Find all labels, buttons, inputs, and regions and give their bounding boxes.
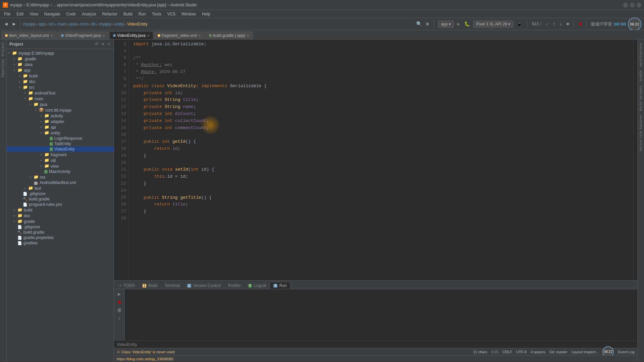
menu-tools[interactable]: Tools <box>149 11 164 17</box>
breadcrumb-src[interactable]: src <box>49 22 54 26</box>
status-url[interactable]: https://blog.csdn.net/qq_33608080 <box>117 357 173 361</box>
tree-item-androidtest[interactable]: ▸ 📁 androidTest <box>7 90 114 96</box>
tree-item-app[interactable]: ▾ 📁 app <box>7 67 114 73</box>
stop-icon[interactable]: ■ <box>578 21 582 27</box>
menu-window[interactable]: Window <box>179 11 199 17</box>
tree-item-proguard[interactable]: 📄 proguard-rules.pro <box>7 202 114 207</box>
breadcrumb-myapp2[interactable]: myapp <box>99 22 111 26</box>
right-strip-build-variants[interactable]: Build Variants <box>639 83 643 113</box>
tree-item-myapp[interactable]: ▾ 📁 myapp E:\ttit\myapp <box>7 50 114 56</box>
bottom-tab-profiler[interactable]: Profiler <box>224 282 245 289</box>
tab-build-gradle[interactable]: build.gradle (:app) ✕ <box>205 32 253 39</box>
tree-item-gradlew[interactable]: 📄 gradlew <box>7 240 114 246</box>
bottom-stop-btn[interactable]: ■ <box>117 299 121 306</box>
status-indent[interactable]: 4 spaces <box>531 350 545 354</box>
menu-view[interactable]: View <box>27 11 41 17</box>
tree-item-gradle[interactable]: ▸ 📁 .gradle <box>7 56 114 62</box>
tree-item-gitignore2[interactable]: 📄 .gitignore <box>7 224 114 230</box>
tree-item-view[interactable]: ▸ 📁 view <box>7 163 114 169</box>
status-encoding[interactable]: UTF-8 <box>516 350 527 354</box>
tree-item-gradle-props[interactable]: 📄 gradle.properties <box>7 235 114 240</box>
tab-video-entity[interactable]: VideoEntity.java ✕ <box>109 32 153 39</box>
tree-item-loginresponse[interactable]: C LoginResponse <box>7 136 114 141</box>
breadcrumb-app[interactable]: app <box>39 22 45 26</box>
tree-item-tabentity[interactable]: C TabEntity <box>7 141 114 146</box>
menu-refactor[interactable]: Refactor <box>100 11 120 17</box>
tree-item-java[interactable]: ▾ 📁 java <box>7 102 114 107</box>
bottom-tab-terminal[interactable]: Terminal <box>161 282 183 289</box>
right-strip-gradle[interactable]: Gradle <box>639 68 643 83</box>
status-cursor[interactable]: 9:25 <box>491 350 498 354</box>
maximize-button[interactable] <box>630 3 635 7</box>
panel-hide-btn[interactable]: ✕ <box>107 41 111 47</box>
bottom-scroll-btn[interactable]: ↕ <box>117 315 121 322</box>
device-selector[interactable]: Pixel 3 XL API 29 ▾ <box>473 21 514 27</box>
right-strip-device-explorer[interactable]: Device File Explorer <box>639 113 643 153</box>
git-icon[interactable]: Git: <box>531 21 542 27</box>
status-git[interactable]: Git: master <box>549 350 568 354</box>
status-event-log[interactable]: Event Log <box>618 350 635 354</box>
status-line-ending[interactable]: CRLF <box>502 350 512 354</box>
bottom-tab-run[interactable]: 4 Run <box>270 282 290 289</box>
menu-edit[interactable]: Edit <box>14 11 26 17</box>
git-update-icon[interactable]: ↑ <box>552 21 556 27</box>
avd-icon[interactable]: 📱 <box>516 20 523 27</box>
code-editor[interactable]: 3 4 5 6 7 8 9 10 11 12 13 14 15 16 17 18… <box>114 40 637 280</box>
panel-settings-btn[interactable]: ⚙ <box>101 41 105 47</box>
tree-item-gitignore-app[interactable]: 📄 .gitignore <box>7 191 114 196</box>
tree-item-activity[interactable]: ▸ 📁 activity <box>7 113 114 119</box>
bottom-tab-todo[interactable]: ✓ TODO <box>115 282 139 289</box>
tree-item-comttit[interactable]: ▾ 📦 com.ttit.myapp <box>7 107 114 113</box>
debug-icon[interactable]: 🐛 <box>464 20 471 27</box>
tree-item-src[interactable]: ▾ 📁 src <box>7 84 114 90</box>
tree-item-videoentity[interactable]: C VideoEntity <box>7 146 114 152</box>
tab-close-item-video-layout[interactable]: ✕ <box>50 34 53 38</box>
menu-navigate[interactable]: Navigate <box>42 11 63 17</box>
panel-sync-btn[interactable]: ⟳ <box>94 41 100 47</box>
tree-item-doc[interactable]: ▸ 📁 doc <box>7 213 114 219</box>
tree-item-res[interactable]: ▸ 📁 res <box>7 174 114 180</box>
bottom-tab-vcs[interactable]: 2 Version Control <box>183 282 224 289</box>
run-config-selector[interactable]: app ▾ <box>438 21 454 27</box>
menu-code[interactable]: Code <box>63 11 78 17</box>
right-strip-notifications[interactable]: Notifications <box>639 41 643 68</box>
tree-item-build[interactable]: ▸ 📁 build <box>7 73 114 79</box>
tree-item-fragment[interactable]: ▸ 📁 fragment <box>7 152 114 158</box>
tab-close-video-fragment[interactable]: ✕ <box>102 34 105 38</box>
tree-item-entity[interactable]: ▾ 📁 entity <box>7 130 114 136</box>
bottom-tab-logcat[interactable]: 6 Logcat <box>245 282 270 289</box>
breadcrumb-main[interactable]: main <box>57 22 66 26</box>
git-push-icon[interactable]: ↓ <box>559 21 563 27</box>
tab-close-fragment-video-xml[interactable]: ✕ <box>198 34 201 38</box>
run-icon[interactable]: ▶ <box>457 20 461 27</box>
menu-vcs[interactable]: VCS <box>165 11 178 17</box>
tree-item-androidmanifest[interactable]: 🤖 AndroidManifest.xml <box>7 180 114 185</box>
git-check-icon[interactable]: ✓ <box>545 20 549 27</box>
menu-file[interactable]: File <box>1 11 13 17</box>
tab-item-video-layout[interactable]: item_video_layout.xml ✕ <box>1 32 57 39</box>
tree-item-build-gradle2[interactable]: 🔨 build.gradle <box>7 230 114 235</box>
minimize-button[interactable] <box>623 3 628 7</box>
menu-help[interactable]: Help <box>199 11 213 17</box>
tree-item-mainactivity[interactable]: C MainActivity <box>7 169 114 174</box>
tab-video-fragment[interactable]: VideoFragment.java ✕ <box>57 32 109 39</box>
tree-item-build2[interactable]: ▸ 📁 build <box>7 207 114 213</box>
strip-favorites[interactable]: Favorites <box>1 58 5 78</box>
bottom-tab-build[interactable]: 1 Build <box>139 282 161 289</box>
menu-build[interactable]: Build <box>121 11 135 17</box>
bottom-run-btn[interactable]: ▶ <box>117 291 121 298</box>
tree-item-api[interactable]: ▸ 📁 api <box>7 124 114 130</box>
code-content[interactable]: import java.io.Serializable; /** * @auth… <box>129 40 633 280</box>
tree-item-util[interactable]: ▸ 📁 util <box>7 158 114 163</box>
tab-close-build-gradle[interactable]: ✕ <box>247 34 249 38</box>
menu-analyze[interactable]: Analyze <box>79 11 99 17</box>
tree-item-idea[interactable]: ▸ 📁 .idea <box>7 62 114 67</box>
git-stash-icon[interactable]: ⊕ <box>566 20 570 27</box>
status-chars[interactable]: 11 chars <box>473 350 487 354</box>
toolbar-back-button[interactable]: ◀ <box>3 21 9 27</box>
search-icon[interactable]: 🔍 <box>416 20 423 27</box>
settings-icon[interactable]: ⚙ <box>425 20 429 27</box>
tree-item-gradle2[interactable]: ▸ 📁 gradle <box>7 219 114 224</box>
strip-project[interactable]: Project <box>1 41 5 58</box>
breadcrumb-myapp[interactable]: myapp <box>23 22 35 26</box>
